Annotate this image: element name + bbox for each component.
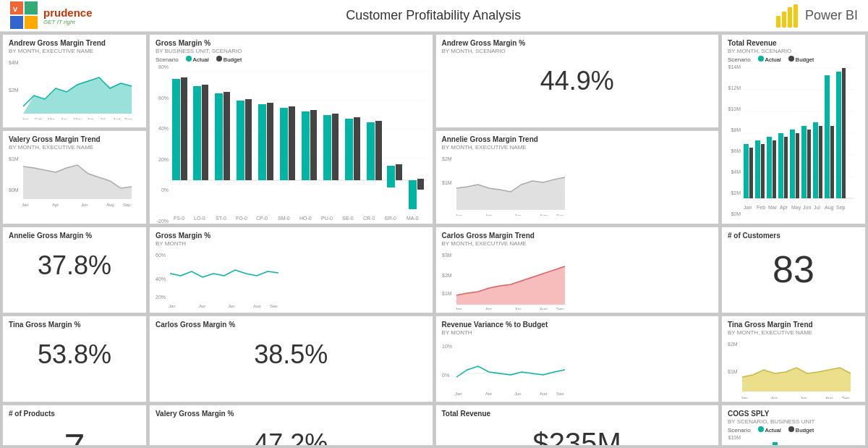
andrew-trend-subtitle: BY MONTH, EXECUTIVE NAME [9,48,140,54]
svg-rect-40 [323,115,331,180]
svg-text:Jun: Jun [800,396,807,399]
cogs-sply-card: COGS SPLY BY SCENARIO, BUSINESS UNIT Sce… [721,405,866,446]
svg-rect-36 [280,108,288,180]
svg-marker-106 [456,177,565,210]
svg-text:Sep: Sep [836,205,846,211]
svg-text:Aug: Aug [253,304,261,308]
header: v prudence GET IT right Customer Profita… [0,0,868,32]
svg-text:10%: 10% [442,344,452,349]
svg-rect-79 [801,126,807,198]
svg-text:Sep: Sep [556,392,564,395]
svg-text:Apr: Apr [199,304,205,308]
andrew-gm-subtitle: BY MONTH, SCENARIO [442,48,713,54]
svg-text:Apr: Apr [61,117,67,119]
total-revenue-num-title: Total Revenue [442,410,713,418]
svg-rect-26 [172,79,180,180]
svg-rect-27 [181,77,187,180]
tina-gm-pct-card: Tina Gross Margin % 53.8% [2,316,147,402]
andrew-trend-chart: $4M $2M Jan Feb Mar Apr May Jun Jul Aug … [9,56,139,119]
svg-text:LO-0: LO-0 [194,216,205,221]
svg-rect-71 [755,140,760,198]
svg-text:Jan: Jan [169,304,176,308]
svg-text:Aug: Aug [825,396,833,399]
svg-text:FO-0: FO-0 [236,216,247,221]
svg-text:Jan: Jan [744,205,752,210]
svg-text:Aug: Aug [540,214,548,216]
svg-marker-11 [23,77,132,114]
svg-text:Jun: Jun [87,117,94,119]
svg-rect-46 [387,166,395,187]
svg-rect-32 [237,101,244,180]
cogs-sply-title: COGS SPLY [728,410,859,418]
svg-text:Jun: Jun [514,392,522,395]
svg-text:v: v [13,4,18,13]
svg-text:Aug: Aug [825,205,834,211]
revenue-variance-title: Revenue Variance % to Budget [442,321,713,329]
svg-text:$2M: $2M [9,88,19,93]
svg-text:0%: 0% [442,373,449,378]
svg-text:Jun: Jun [228,304,235,308]
revenue-variance-chart: 10% 0% Jan Apr Jun Aug Sep [442,337,569,395]
svg-text:Aug: Aug [106,203,114,207]
carlos-trend-chart: $3M $2M $1M Jan Apr Jun Aug Sep [442,248,572,310]
powerbi-logo: Power BI [775,3,858,29]
svg-text:FS-0: FS-0 [174,216,184,221]
logo-area: v prudence GET IT right [10,1,93,30]
svg-text:Aug: Aug [540,392,548,395]
svg-rect-33 [245,99,252,180]
svg-text:$0M: $0M [9,187,19,193]
logo-name: prudence [43,7,93,19]
svg-text:Jan: Jan [455,307,462,310]
svg-text:Aug: Aug [113,117,121,119]
annelie-trend-card: Annelie Gross Margin Trend BY MONTH, EXE… [435,130,720,224]
svg-text:Apr: Apr [771,396,778,399]
carlos-gm-title: Carlos Gross Margin % [156,321,427,329]
annelie-trend-subtitle: BY MONTH, EXECUTIVE NAME [442,144,713,151]
svg-rect-70 [749,148,753,198]
num-customers-value: 83 [728,240,859,298]
gross-margin-month-card: Gross Margin % BY MONTH 60% 40% 20% Jan … [149,227,433,313]
powerbi-icon [775,3,801,29]
valery-gm-title: Valery Gross Margin % [156,410,427,418]
svg-text:Jun: Jun [803,205,811,210]
svg-text:Sep: Sep [270,304,278,308]
valery-trend-card: Valery Gross Margin Trend BY MONTH, EXEC… [2,130,147,224]
gross-margin-pct-title: Gross Margin % [156,39,427,48]
total-revenue-legend: Scenario Actual Budget [728,56,859,63]
prudence-logo-icon: v [10,1,39,30]
svg-rect-37 [289,106,295,180]
svg-text:HO-0: HO-0 [299,216,312,221]
svg-text:May: May [791,205,801,211]
svg-text:20%: 20% [156,295,166,300]
num-products-title: # of Products [9,410,140,418]
svg-rect-1 [25,1,38,14]
svg-rect-81 [813,122,818,198]
actual-label: Actual [193,56,209,63]
svg-text:$4M: $4M [9,60,19,65]
svg-rect-47 [396,164,402,180]
svg-text:Jan: Jan [455,392,462,395]
svg-text:Mar: Mar [48,117,55,119]
svg-text:Feb: Feb [757,205,765,210]
svg-rect-6 [782,12,786,28]
annelie-trend-title: Annelie Gross Margin Trend [442,135,713,144]
svg-text:ST-0: ST-0 [216,216,226,221]
svg-text:May: May [74,117,82,119]
svg-rect-82 [819,126,822,198]
gross-margin-pct-card: Gross Margin % BY BUSINESS UNIT, SCENARI… [149,34,433,224]
svg-text:MA-0: MA-0 [407,216,419,221]
budget-label: Budget [224,56,242,63]
svg-text:SE-0: SE-0 [342,216,354,221]
svg-rect-8 [793,4,798,28]
svg-text:Jan: Jan [22,117,29,119]
tina-gm-value: 53.8% [9,329,140,376]
carlos-gm-value: 38.5% [156,329,427,376]
num-customers-title: # of Customers [728,232,859,240]
total-revenue-num-value: $235M [442,418,713,446]
svg-text:$1M: $1M [442,180,452,185]
valery-trend-chart: $1M $0M Jan Apr Jun Aug Sep [9,152,139,210]
svg-text:Apr: Apr [485,307,492,310]
svg-rect-30 [215,93,223,180]
svg-text:40%: 40% [156,276,166,282]
svg-text:Jan: Jan [22,203,29,207]
